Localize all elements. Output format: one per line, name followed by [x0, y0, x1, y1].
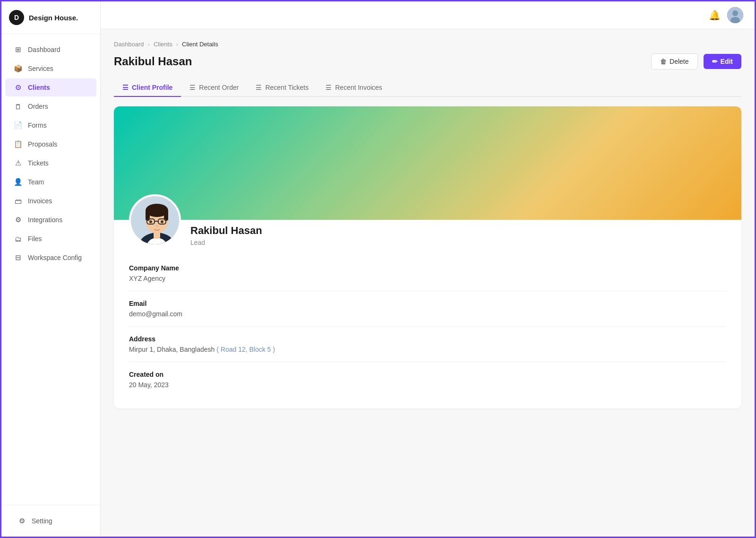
profile-card: Rakibul Hasan Lead Company Name XYZ Agen… [114, 106, 741, 408]
sidebar-label-team: Team [28, 178, 44, 186]
pencil-icon: ✏ [712, 58, 718, 65]
sidebar-item-integrations[interactable]: ⚙ Integrations [5, 211, 96, 229]
sidebar-item-orders[interactable]: 🗒 Orders [5, 97, 96, 115]
detail-value: Mirpur 1, Dhaka, Bangladesh ( Road 12, B… [129, 346, 726, 353]
logo[interactable]: D Design House. [1, 1, 100, 34]
page-title: Rakibul Hasan [114, 55, 192, 68]
detail-label: Email [129, 300, 726, 307]
logo-icon: D [9, 10, 24, 25]
sidebar-label-integrations: Integrations [28, 216, 62, 224]
clients-icon: ⊙ [14, 83, 22, 92]
profile-text: Rakibul Hasan Lead [190, 191, 262, 246]
sidebar-label-invoices: Invoices [28, 197, 52, 205]
detail-row-created-on: Created on 20 May, 2023 [129, 362, 726, 397]
orders-icon: 🗒 [14, 102, 22, 111]
sidebar-label-services: Services [28, 65, 53, 72]
forms-icon: 📄 [14, 121, 22, 130]
detail-label: Address [129, 335, 726, 343]
sidebar-item-workspace-config[interactable]: ⊟ Workspace Config [5, 249, 96, 267]
detail-row-email: Email demo@gmail.com [129, 291, 726, 327]
dashboard-icon: ⊞ [14, 45, 22, 54]
sidebar-item-clients[interactable]: ⊙ Clients [5, 78, 96, 96]
svg-point-14 [149, 220, 152, 223]
detail-value: 20 May, 2023 [129, 381, 726, 389]
sidebar-item-files[interactable]: 🗂 Files [5, 230, 96, 248]
header-actions: 🗑 Delete ✏ Edit [651, 53, 741, 69]
tab-label-recent-invoices: Recent Invoices [335, 84, 382, 91]
tab-recent-invoices[interactable]: ☰ Recent Invoices [317, 79, 391, 97]
sidebar-label-proposals: Proposals [28, 140, 57, 148]
breadcrumb-current: Client Details [182, 41, 218, 48]
breadcrumb-sep-1: › [148, 41, 150, 48]
profile-name: Rakibul Hasan [190, 225, 262, 237]
sidebar: D Design House. ⊞ Dashboard 📦 Services ⊙… [1, 1, 101, 537]
profile-details: Company Name XYZ Agency Email demo@gmail… [114, 256, 741, 408]
detail-row-company-name: Company Name XYZ Agency [129, 256, 726, 291]
detail-value: demo@gmail.com [129, 310, 726, 318]
breadcrumb-clients[interactable]: Clients [154, 41, 172, 48]
breadcrumb: Dashboard › Clients › Client Details [114, 41, 741, 48]
sidebar-label-setting: Setting [32, 517, 52, 525]
tab-label-client-profile: Client Profile [132, 84, 172, 91]
integrations-icon: ⚙ [14, 216, 22, 224]
sidebar-item-invoices[interactable]: 🗃 Invoices [5, 192, 96, 210]
tickets-icon: ⚠ [14, 159, 22, 167]
breadcrumb-dashboard[interactable]: Dashboard [114, 41, 144, 48]
services-icon: 📦 [14, 64, 22, 73]
proposals-icon: 📋 [14, 140, 22, 148]
sidebar-label-workspace-config: Workspace Config [28, 254, 82, 261]
tab-icon-recent-order: ☰ [189, 84, 196, 91]
sidebar-item-dashboard[interactable]: ⊞ Dashboard [5, 41, 96, 59]
app-name: Design House. [29, 14, 78, 22]
sidebar-bottom: ⚙ Setting [1, 505, 100, 537]
edit-button[interactable]: ✏ Edit [704, 54, 741, 69]
svg-point-1 [732, 10, 738, 16]
svg-point-16 [155, 225, 158, 227]
sidebar-label-dashboard: Dashboard [28, 46, 60, 53]
sidebar-label-orders: Orders [28, 103, 48, 110]
tab-icon-recent-invoices: ☰ [326, 84, 332, 91]
sidebar-label-clients: Clients [28, 84, 50, 91]
content-area: Dashboard › Clients › Client Details Rak… [101, 29, 755, 537]
trash-icon: 🗑 [660, 58, 667, 65]
main-area: 🔔 Dashboard › Clients › Client Details R… [101, 1, 755, 537]
team-icon: 👤 [14, 178, 22, 186]
detail-row-address: Address Mirpur 1, Dhaka, Bangladesh ( Ro… [129, 327, 726, 362]
sidebar-label-forms: Forms [28, 121, 47, 129]
tab-label-recent-order: Recent Order [199, 84, 239, 91]
detail-value: XYZ Agency [129, 275, 726, 282]
user-avatar[interactable] [727, 7, 743, 23]
sidebar-nav: ⊞ Dashboard 📦 Services ⊙ Clients 🗒 Order… [1, 34, 100, 505]
sidebar-label-files: Files [28, 235, 42, 243]
profile-info-row: Rakibul Hasan Lead [114, 191, 741, 256]
sidebar-label-tickets: Tickets [28, 159, 49, 167]
sidebar-item-tickets[interactable]: ⚠ Tickets [5, 154, 96, 172]
svg-point-15 [161, 220, 163, 223]
sidebar-item-setting[interactable]: ⚙ Setting [9, 512, 93, 530]
notification-icon[interactable]: 🔔 [709, 9, 721, 21]
profile-avatar [129, 194, 181, 246]
tab-icon-recent-tickets: ☰ [256, 84, 262, 91]
sidebar-item-team[interactable]: 👤 Team [5, 173, 96, 191]
detail-label: Company Name [129, 264, 726, 272]
invoices-icon: 🗃 [14, 197, 22, 205]
address-extra: ( Road 12, Block 5 ) [216, 346, 275, 353]
files-icon: 🗂 [14, 234, 22, 243]
setting-icon: ⚙ [17, 517, 26, 525]
topbar: 🔔 [101, 1, 755, 29]
tab-recent-order[interactable]: ☰ Recent Order [181, 79, 247, 97]
tab-icon-client-profile: ☰ [122, 84, 129, 91]
tab-client-profile[interactable]: ☰ Client Profile [114, 79, 181, 97]
tabs: ☰ Client Profile ☰ Recent Order ☰ Recent… [114, 79, 741, 97]
sidebar-item-proposals[interactable]: 📋 Proposals [5, 135, 96, 153]
breadcrumb-sep-2: › [176, 41, 178, 48]
delete-button[interactable]: 🗑 Delete [651, 53, 697, 69]
tab-label-recent-tickets: Recent Tickets [265, 84, 309, 91]
profile-role: Lead [190, 239, 262, 246]
tab-recent-tickets[interactable]: ☰ Recent Tickets [247, 79, 317, 97]
workspace-config-icon: ⊟ [14, 253, 22, 262]
detail-label: Created on [129, 371, 726, 378]
sidebar-item-forms[interactable]: 📄 Forms [5, 116, 96, 134]
sidebar-item-services[interactable]: 📦 Services [5, 60, 96, 78]
page-header: Rakibul Hasan 🗑 Delete ✏ Edit [114, 53, 741, 69]
